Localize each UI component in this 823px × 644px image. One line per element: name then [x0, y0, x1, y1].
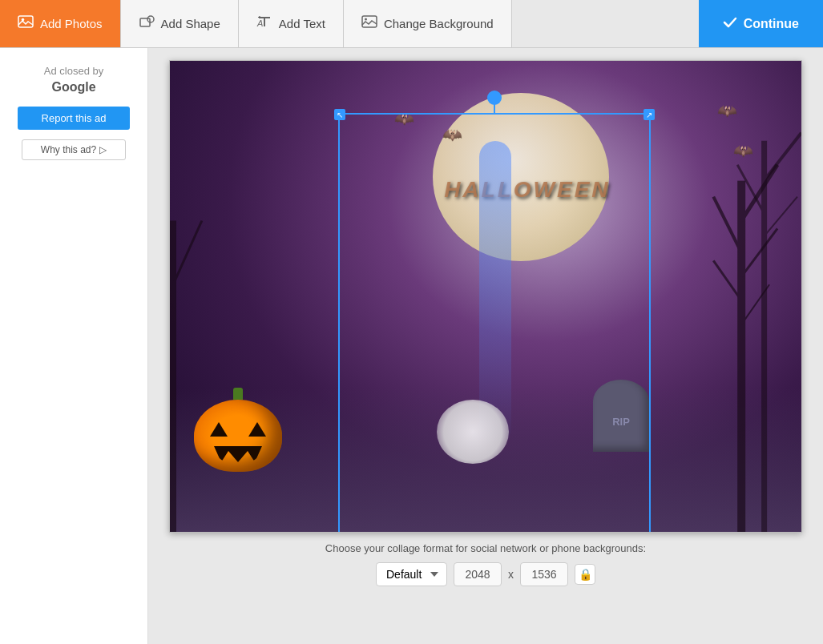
- change-background-label: Change Background: [384, 17, 494, 30]
- continue-checkmark-icon: [723, 15, 737, 32]
- format-bar: Choose your collage format for social ne…: [148, 542, 823, 586]
- change-background-icon: [361, 15, 377, 32]
- lock-aspect-ratio-button[interactable]: 🔒: [575, 564, 595, 585]
- pumpkin-graphic: [194, 388, 282, 468]
- tombstone-text: RIP: [612, 416, 630, 428]
- ad-closed-line1: Ad closed by: [44, 64, 103, 78]
- format-select[interactable]: Default: [376, 562, 447, 586]
- why-ad-arrow-icon: ▷: [99, 144, 107, 155]
- add-shape-label: Add Shape: [161, 17, 220, 30]
- add-photos-icon: [18, 15, 34, 32]
- ad-closed-google: Google: [44, 78, 103, 96]
- add-shape-button[interactable]: Add Shape: [121, 0, 239, 47]
- white-orb: [437, 400, 509, 464]
- continue-label: Continue: [744, 17, 799, 31]
- why-ad-label: Why this ad?: [41, 144, 96, 155]
- add-photos-label: Add Photos: [40, 17, 103, 30]
- height-input[interactable]: [520, 562, 568, 586]
- add-photos-button[interactable]: Add Photos: [0, 0, 121, 47]
- tombstone-graphic: RIP: [593, 380, 649, 452]
- svg-point-3: [147, 16, 154, 22]
- format-controls: Default x 🔒: [376, 562, 595, 586]
- svg-rect-0: [18, 16, 33, 27]
- svg-rect-2: [140, 18, 150, 26]
- lock-icon: 🔒: [579, 568, 592, 581]
- width-input[interactable]: [454, 562, 502, 586]
- bat-graphic-3: 🦇: [717, 101, 737, 120]
- report-ad-button[interactable]: Report this ad: [18, 107, 130, 130]
- bat-graphic-4: 🦇: [733, 141, 753, 160]
- add-shape-icon: [139, 15, 155, 32]
- add-text-button[interactable]: A Add Text: [239, 0, 344, 47]
- canvas-area: HALLOWEEN 🦇 🦇 🦇 🦇 RIP: [148, 48, 823, 644]
- dimension-separator: x: [508, 568, 514, 581]
- svg-point-6: [365, 18, 367, 21]
- report-ad-label: Report this ad: [42, 112, 107, 124]
- why-this-ad-button[interactable]: Why this ad? ▷: [22, 139, 126, 160]
- add-text-icon: A: [256, 15, 272, 32]
- sidebar: Ad closed by Google Report this ad Why t…: [0, 48, 148, 644]
- bat-graphic-1: 🦇: [394, 109, 414, 128]
- bat-graphic-2: 🦇: [442, 125, 462, 144]
- format-label: Choose your collage format for social ne…: [325, 542, 646, 554]
- change-background-button[interactable]: Change Background: [344, 0, 512, 47]
- toolbar: Add Photos Add Shape A Add Text: [0, 0, 823, 48]
- add-text-label: Add Text: [279, 17, 325, 30]
- main-content: Ad closed by Google Report this ad Why t…: [0, 48, 823, 644]
- svg-text:A: A: [256, 18, 263, 28]
- svg-rect-5: [362, 16, 377, 27]
- continue-button[interactable]: Continue: [699, 0, 823, 47]
- ad-closed-text: Ad closed by Google: [44, 64, 103, 97]
- halloween-text-graphic: HALLOWEEN: [444, 177, 610, 203]
- light-pillar: [479, 141, 511, 445]
- image-canvas[interactable]: HALLOWEEN 🦇 🦇 🦇 🦇 RIP: [169, 60, 802, 533]
